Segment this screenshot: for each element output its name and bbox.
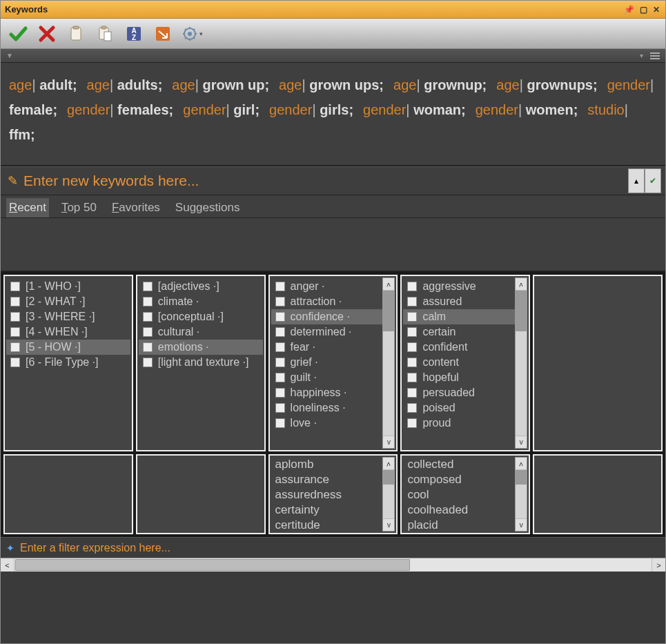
checkbox[interactable] [407,282,417,291]
horizontal-scrollbar[interactable]: < > [1,558,665,572]
checkbox[interactable] [407,418,417,428]
checkbox[interactable] [407,403,417,413]
checkbox[interactable] [275,312,285,322]
keyword-chip[interactable]: age| adults; [87,77,163,92]
keyword-input[interactable] [23,173,628,189]
list-item[interactable]: aggressive [403,279,515,294]
list-item[interactable]: [conceptual ·] [139,309,263,324]
pin-icon[interactable]: 📌 [623,5,636,14]
options-dropdown-icon[interactable]: ▾ [640,52,643,59]
settings-button[interactable] [180,22,204,46]
keyword-chip[interactable]: gender| woman; [363,102,466,117]
keyword-chip[interactable]: gender| girls; [269,102,353,117]
scroll-down-button[interactable]: v [383,518,394,531]
checkbox[interactable] [143,282,153,291]
minimize-icon[interactable]: ▢ [638,5,649,14]
scroll-down-button[interactable]: v [383,436,394,448]
checkbox[interactable] [407,327,417,337]
list-item[interactable]: aplomb [273,457,394,472]
checkbox[interactable] [10,297,20,306]
sort-az-button[interactable]: AZ [122,22,146,46]
scrollbar[interactable]: ʌ v [515,457,527,531]
list-item[interactable]: hopeful [403,370,515,385]
checkbox[interactable] [10,342,20,352]
list-item[interactable]: cultural · [139,324,263,340]
list-item[interactable]: content [403,355,515,370]
checkbox[interactable] [143,312,153,322]
list-item[interactable]: love · [271,416,383,431]
checkbox[interactable] [275,358,285,367]
list-item[interactable]: assuredness [273,487,394,502]
list-item[interactable]: certainty [273,502,394,518]
list-item[interactable]: persuaded [403,385,515,400]
entry-confirm-button[interactable]: ✔ [645,168,661,193]
list-item[interactable]: composed [404,472,526,487]
list-item[interactable]: certitude [273,518,394,533]
list-item[interactable]: loneliness · [271,400,383,416]
keyword-chip[interactable]: age| grownup; [393,77,487,92]
list-item[interactable]: calm [403,309,515,324]
list-item[interactable]: anger · [271,279,383,294]
checkbox[interactable] [275,388,285,398]
checkbox[interactable] [275,373,285,382]
checkbox[interactable] [275,327,285,337]
keyword-chip[interactable]: age| grown up; [172,77,269,92]
menu-icon[interactable] [650,52,660,59]
entry-up-button[interactable]: ▴ [628,168,645,193]
tab-favorites[interactable]: Favorites [109,198,163,217]
scroll-left-button[interactable]: < [1,558,14,572]
checkbox[interactable] [275,297,285,306]
list-item[interactable]: confidence · [271,309,383,324]
scroll-up-button[interactable]: ʌ [383,458,394,470]
keyword-chip[interactable]: age| grownups; [496,77,597,92]
list-item[interactable]: placid [404,518,526,533]
keyword-chip[interactable]: gender| women; [476,102,578,117]
checkbox[interactable] [407,373,417,382]
list-item[interactable]: proud [403,416,515,431]
checkbox[interactable] [275,418,285,428]
list-item[interactable]: poised [403,400,515,416]
list-item[interactable]: [5 - HOW ·] [6,340,130,355]
clipboard-button[interactable] [64,22,88,46]
checkbox[interactable] [143,327,153,337]
list-item[interactable]: collected [404,457,526,472]
tab-suggestions[interactable]: Suggestions [173,198,243,217]
list-item[interactable]: determined · [271,324,383,340]
keyword-chip[interactable]: age| adult; [9,77,77,92]
apply-button[interactable] [151,22,175,46]
list-item[interactable]: [2 - WHAT ·] [6,294,130,309]
checkbox[interactable] [275,403,285,413]
list-item[interactable]: confident [403,340,515,355]
tab-top50[interactable]: Top 50 [59,198,99,217]
checkbox[interactable] [10,312,20,322]
checkbox[interactable] [10,358,20,367]
list-item[interactable]: [adjectives ·] [139,279,263,294]
scroll-up-button[interactable]: ʌ [516,278,527,291]
checkbox[interactable] [143,297,153,306]
list-item[interactable]: certain [403,324,515,340]
keyword-chip[interactable]: gender| females; [67,102,173,117]
checkbox[interactable] [10,282,20,291]
checkbox[interactable] [407,358,417,367]
list-item[interactable]: [4 - WHEN ·] [6,324,130,340]
scroll-down-button[interactable]: v [516,436,527,448]
list-item[interactable]: [6 - File Type ·] [6,355,130,370]
scroll-down-button[interactable]: v [516,518,527,531]
list-item[interactable]: fear · [271,340,383,355]
scroll-up-button[interactable]: ʌ [516,458,527,470]
list-item[interactable]: coolheaded [404,502,526,518]
expand-icon[interactable]: ▼ [6,52,13,59]
cancel-button[interactable] [35,22,59,46]
scroll-up-button[interactable]: ʌ [383,278,394,291]
list-item[interactable]: [1 - WHO ·] [6,279,130,294]
keyword-chip[interactable]: gender| girl; [183,102,259,117]
list-item[interactable]: assurance [273,472,394,487]
paste-button[interactable] [93,22,117,46]
list-item[interactable]: guilt · [271,370,383,385]
accept-button[interactable] [6,22,30,46]
checkbox[interactable] [407,297,417,306]
list-item[interactable]: attraction · [271,294,383,309]
scrollbar[interactable]: ʌ v [515,277,527,449]
checkbox[interactable] [143,358,153,367]
checkbox[interactable] [407,312,417,322]
